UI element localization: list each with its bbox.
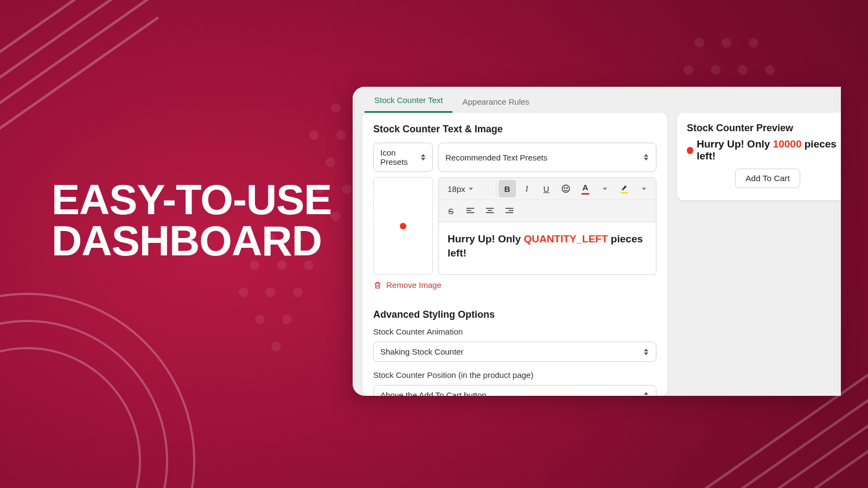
red-dot-icon	[687, 147, 693, 154]
svg-point-2	[567, 188, 568, 189]
advanced-title: Advanced Styling Options	[362, 299, 667, 324]
chevron-down-icon	[642, 188, 646, 190]
tabs: Stock Counter Text Appearance Rules	[353, 87, 841, 113]
decorative-arcs-bottom-left	[0, 293, 195, 488]
icon-preview-box[interactable]	[373, 177, 433, 275]
sort-icon	[420, 154, 426, 160]
marketing-headline: EASY-TO-USE DASHBOARD	[52, 179, 331, 262]
animation-label: Stock Counter Animation	[362, 324, 667, 339]
dashboard-panel: Stock Counter Text Appearance Rules Stoc…	[353, 87, 841, 396]
font-size-select[interactable]: 18px	[442, 180, 496, 197]
editor-text-prefix: Hurry Up! Only	[448, 233, 524, 245]
position-value: Above the Add To Cart button	[380, 390, 487, 396]
tab-stock-counter-text[interactable]: Stock Counter Text	[365, 88, 452, 113]
italic-button[interactable]: I	[518, 180, 535, 197]
svg-point-0	[562, 185, 570, 192]
trash-icon	[373, 281, 382, 290]
tab-appearance-rules[interactable]: Appearance Rules	[452, 89, 539, 113]
position-label: Stock Counter Position (in the product p…	[362, 367, 667, 383]
remove-image-button[interactable]: Remove Image	[362, 279, 667, 299]
animation-value: Shaking Stock Counter	[380, 347, 463, 356]
animation-select[interactable]: Shaking Stock Counter	[373, 342, 656, 362]
highlight-color-dropdown[interactable]	[635, 180, 653, 197]
settings-card: Stock Counter Text & Image Icon Presets …	[362, 113, 667, 396]
strikethrough-button[interactable]: S	[442, 202, 459, 220]
remove-image-label: Remove Image	[386, 280, 442, 290]
preview-title: Stock Counter Preview	[687, 123, 841, 134]
editor-content[interactable]: Hurry Up! Only QUANTITY_LEFT pieces left…	[439, 222, 656, 273]
add-to-cart-button[interactable]: Add To Cart	[735, 169, 800, 188]
editor-variable-token: QUANTITY_LEFT	[524, 233, 608, 245]
red-dot-icon	[400, 223, 406, 229]
align-center-button[interactable]	[481, 202, 499, 220]
preview-prefix: Hurry Up! Only	[697, 138, 773, 150]
text-presets-label: Recommended Text Presets	[445, 153, 547, 162]
icon-presets-select[interactable]: Icon Presets	[373, 143, 433, 172]
preview-line: Hurry Up! Only 10000 pieces left!	[687, 138, 841, 162]
sort-icon	[643, 154, 649, 160]
preview-quantity: 10000	[773, 138, 802, 150]
sort-icon	[643, 349, 649, 355]
editor-toolbar: 18px B I U	[439, 178, 656, 222]
icon-presets-label: Icon Presets	[380, 148, 420, 166]
text-presets-select[interactable]: Recommended Text Presets	[438, 143, 656, 172]
highlight-color-button[interactable]	[616, 180, 633, 197]
align-left-button[interactable]	[462, 202, 479, 220]
emoji-button[interactable]	[557, 180, 575, 197]
svg-point-1	[564, 188, 565, 189]
chevron-down-icon	[469, 188, 473, 190]
text-color-button[interactable]: A	[577, 180, 594, 197]
align-right-button[interactable]	[501, 202, 518, 220]
chevron-down-icon	[603, 188, 607, 190]
headline-line2: DASHBOARD	[52, 220, 331, 261]
headline-line1: EASY-TO-USE	[52, 179, 331, 220]
preview-card: Stock Counter Preview Hurry Up! Only 100…	[677, 113, 841, 200]
position-select[interactable]: Above the Add To Cart button	[373, 385, 656, 396]
sort-icon	[643, 392, 649, 396]
decorative-lines-top-left	[0, 0, 174, 130]
text-color-dropdown[interactable]	[596, 180, 614, 197]
rich-text-editor: 18px B I U	[438, 177, 656, 275]
underline-button[interactable]: U	[538, 180, 555, 197]
font-size-label: 18px	[448, 184, 465, 194]
section-title: Stock Counter Text & Image	[362, 113, 667, 143]
bold-button[interactable]: B	[499, 180, 516, 197]
